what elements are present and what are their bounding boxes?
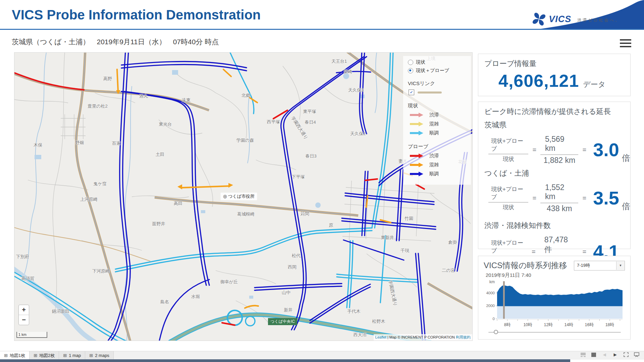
mode-radio-genjo[interactable]: 現状	[408, 59, 468, 65]
mode-label: 現状	[416, 59, 425, 65]
svg-text:12時: 12時	[544, 322, 553, 327]
svg-text:km: km	[489, 280, 495, 284]
timeseries-chart: 020004000km8時10時12時14時16時18時	[482, 279, 626, 330]
ratio-value: 3.5	[593, 189, 619, 207]
map-zoom-control: + −	[18, 305, 29, 325]
legend-group-title: プローブ	[408, 143, 468, 150]
map-legend: 現状 現状＋プローブ VICSリンク ✔ 現状 渋滞 混雑 順調 プローブ 渋滞	[403, 56, 471, 185]
legend-item: 渋滞	[410, 112, 468, 118]
time-slider	[488, 330, 621, 335]
fullscreen-icon[interactable]	[623, 352, 629, 357]
status-toolbar: ◀ ▶	[580, 352, 639, 357]
filmstrip-icon[interactable]	[580, 352, 586, 357]
arrow-icon	[410, 162, 425, 168]
solid-sheet-icon[interactable]	[591, 352, 596, 357]
arrow-icon	[410, 121, 425, 127]
presentation-icon[interactable]	[634, 352, 639, 357]
probe-volume-unit: データ	[583, 79, 605, 89]
slider-handle[interactable]	[494, 330, 498, 334]
tabbar-accent-strip	[0, 359, 570, 362]
svg-text:14時: 14時	[565, 322, 574, 327]
extension-panel: ピーク時に渋滞情報が提供される延長 茨城県 現状+プローブ現状 = 5,569 …	[478, 102, 631, 249]
slider-track[interactable]	[488, 332, 621, 333]
vics-wordmark: VICS	[549, 14, 571, 24]
probe-volume-title: プローブ情報量	[484, 59, 630, 69]
vics-link-sample-line	[418, 92, 442, 94]
legend-item: 混雑	[410, 121, 468, 127]
subheader: 茨城県（つくば・土浦） 2019年9月11日（水） 07時40分 時点	[0, 30, 644, 51]
tab-map2[interactable]: ⊞ 地図2枚	[30, 351, 59, 360]
vics-link-title: VICSリンク	[408, 80, 468, 87]
sheet-grid-icon: ⊞	[63, 353, 67, 358]
radio-checked-icon[interactable]	[408, 68, 413, 73]
svg-text:0: 0	[493, 317, 495, 321]
sheet-tabbar: ⊞ 地図1枚 ⊞ 地図2枚 ⊞ 1 map ⊞ 2 maps	[0, 351, 644, 360]
arrow-icon	[410, 112, 425, 118]
traffic-map[interactable]: 上境高野柴崎天王台1豊里の杜2酒丸遠東北郷天久保3東平塚西平塚春日4学園の森天久…	[14, 53, 472, 341]
app-header: VICS Probe Information Demonstration VIC…	[0, 0, 644, 30]
radio-icon[interactable]	[408, 60, 413, 65]
menu-icon[interactable]	[620, 39, 631, 48]
mode-label: 現状＋プローブ	[416, 68, 449, 74]
area-label: 茨城県	[484, 120, 630, 130]
ratio-value: 3.0	[593, 140, 619, 159]
legend-item: 渋滞	[410, 153, 468, 159]
svg-text:16時: 16時	[585, 322, 594, 327]
arrow-icon	[410, 153, 425, 159]
svg-text:18時: 18時	[605, 322, 614, 327]
tab-map1[interactable]: ⊞ 地図1枚	[0, 351, 30, 360]
svg-text:4000: 4000	[486, 291, 495, 295]
region-datetime-label: 茨城県（つくば・土浦） 2019年9月11日（水） 07時40分 時点	[12, 37, 219, 47]
logo-tagline: 渋滞ゼロ社会へ。	[577, 17, 621, 23]
time-range-dropdown[interactable]: 7-19時 ▼	[574, 261, 625, 270]
legend-item: 混雑	[410, 162, 468, 168]
ratio-row: 現状+プローブ現状 = 5,569 km1,882 km = 3.0 倍	[488, 135, 630, 165]
svg-text:2000: 2000	[486, 304, 495, 308]
sheet-grid-icon: ⊞	[4, 353, 8, 358]
vics-link-checkbox[interactable]: ✔	[409, 89, 414, 95]
svg-text:8時: 8時	[504, 322, 511, 327]
timeseries-panel: VICS情報の時系列推移 7-19時 ▼ 2019年9月11日 7:40 020…	[478, 256, 631, 340]
legend-item: 順調	[410, 171, 468, 177]
sheet-grid-icon: ⊞	[89, 353, 93, 358]
vics-logo: VICS 渋滞ゼロ社会へ。	[532, 12, 621, 26]
rivers	[14, 53, 377, 341]
prev-sheet-icon[interactable]: ◀	[602, 352, 607, 357]
zoom-in-button[interactable]: +	[19, 305, 29, 315]
chevron-down-icon[interactable]: ▼	[616, 261, 625, 270]
zoom-out-button[interactable]: −	[19, 315, 29, 325]
ratio-row: 現状+プローブ現状 = 1,552 km438 km = 3.5 倍	[488, 183, 630, 213]
extension-title: ピーク時に渋滞情報が提供される延長	[484, 107, 630, 117]
arrow-icon	[410, 130, 425, 136]
area-label: つくば・土浦	[484, 168, 630, 178]
arrow-icon	[410, 171, 425, 177]
tab-1map[interactable]: ⊞ 1 map	[59, 351, 85, 360]
vics-flower-icon	[532, 12, 546, 26]
mode-radio-genjo-probe[interactable]: 現状＋プローブ	[408, 68, 468, 74]
page-title: VICS Probe Information Demonstration	[12, 7, 261, 22]
map-attribution: Leaflet | Map © INCREMENT P CORPORATION …	[374, 334, 472, 341]
sheet-grid-icon: ⊞	[34, 353, 37, 358]
legend-group-title: 現状	[408, 103, 468, 109]
probe-volume-panel: プローブ情報量 4,606,121 データ	[478, 54, 631, 96]
terms-link[interactable]: 利用規約	[456, 335, 471, 339]
detection-title: 渋滞・混雑検知件数	[484, 221, 630, 231]
city-hall-label: ◎ つくば市役所	[221, 193, 257, 200]
interchange-badge: つくば中央IC	[268, 318, 297, 325]
legend-item: 順調	[410, 130, 468, 136]
tab-2maps[interactable]: ⊞ 2 maps	[85, 351, 114, 360]
timeseries-title: VICS情報の時系列推移	[484, 260, 567, 271]
next-sheet-icon[interactable]: ▶	[612, 352, 618, 357]
svg-text:10時: 10時	[523, 322, 532, 327]
timeseries-datetime: 2019年9月11日 7:40	[486, 272, 630, 279]
map-scale-bar: 1 km	[16, 332, 47, 338]
probe-volume-value: 4,606,121	[498, 71, 579, 91]
leaflet-link[interactable]: Leaflet	[375, 335, 386, 339]
